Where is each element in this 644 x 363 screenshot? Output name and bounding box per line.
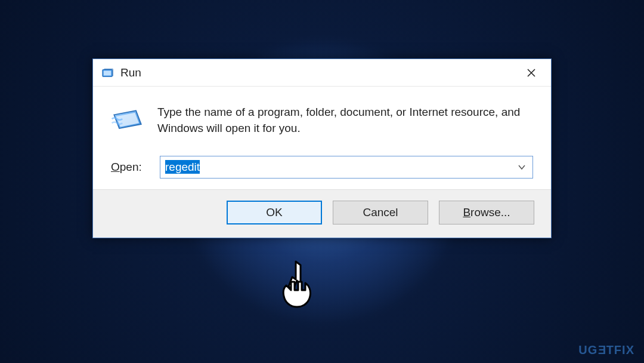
run-big-icon xyxy=(111,103,144,139)
open-label: Open: xyxy=(111,161,149,174)
chevron-down-icon[interactable] xyxy=(515,156,529,178)
run-app-icon xyxy=(101,66,114,79)
svg-rect-1 xyxy=(104,70,112,75)
dialog-title: Run xyxy=(120,66,518,79)
button-row: OK Cancel Browse... xyxy=(93,189,551,238)
titlebar: Run xyxy=(93,59,551,87)
cancel-button[interactable]: Cancel xyxy=(333,201,428,224)
close-icon xyxy=(527,68,536,78)
open-combobox[interactable]: regedit xyxy=(160,156,533,179)
open-input[interactable]: regedit xyxy=(165,161,515,174)
instruction-text: Type the name of a program, folder, docu… xyxy=(157,103,533,139)
ok-button[interactable]: OK xyxy=(227,201,322,224)
close-button[interactable] xyxy=(518,63,545,82)
open-row: Open: regedit xyxy=(93,147,551,189)
run-dialog: Run Type the name of a program xyxy=(92,59,552,238)
watermark: UGETFIX xyxy=(578,343,634,357)
dialog-body: Type the name of a program, folder, docu… xyxy=(93,87,551,147)
browse-button[interactable]: Browse... xyxy=(439,201,534,224)
